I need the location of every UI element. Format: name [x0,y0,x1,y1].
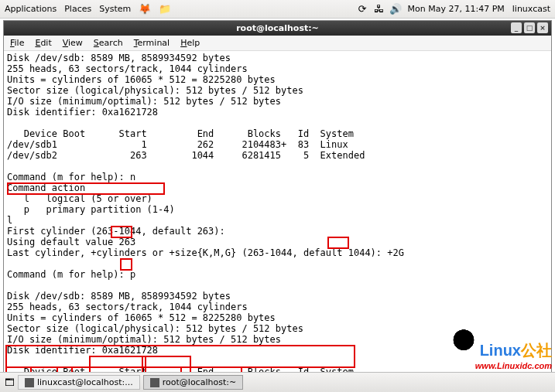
terminal-icon [150,378,159,387]
menu-search[interactable]: Search [94,38,123,48]
terminal-line: Using default value 263 [7,237,135,247]
clock[interactable]: Mon May 27, 11:47 PM [408,4,505,14]
terminal-line: l [7,215,12,226]
tray: ⟳ 🖧 🔊 [358,4,400,15]
top-panel: Applications Places System 🦊 📁 ⟳ 🖧 🔊 Mon… [0,0,555,19]
show-desktop-icon[interactable]: 🗔 [5,377,15,387]
terminal-line: p primary partition (1-4) [7,204,175,215]
terminal-line: Command (m for help): p [7,269,135,280]
network-icon[interactable]: 🖧 [374,4,385,15]
files-icon[interactable]: 📁 [159,4,171,14]
system-menu[interactable]: System [99,4,131,14]
volume-icon[interactable]: 🔊 [389,4,400,15]
terminal-window: root@localhost:~ _ □ × File Edit View Se… [3,20,552,375]
terminal-line: Command (m for help): n [7,172,135,182]
terminal-line: /dev/sdb2 263 1044 6281415 5 Extended [7,150,365,161]
terminal-line: Device Boot Start End Blocks Id System [7,128,354,139]
firefox-icon[interactable]: 🦊 [139,4,151,14]
taskbar-item[interactable]: linuxcast@localhost:... [18,375,140,390]
taskbar-item-active[interactable]: root@localhost:~ [143,375,243,390]
terminal-line: Disk /dev/sdb: 8589 MB, 8589934592 bytes… [7,291,303,356]
terminal-icon [25,378,34,387]
menubar: File Edit View Search Terminal Help [4,36,551,51]
terminal-line: Last cylinder, +cylinders or +size{K,M,G… [7,247,404,258]
logo-text: Linux公社 [480,340,552,361]
terminal-line: l logical (5 or over) [7,193,152,204]
user-menu[interactable]: linuxcast [512,4,550,14]
titlebar[interactable]: root@localhost:~ _ □ × [4,21,551,36]
close-button[interactable]: × [537,22,548,33]
taskbar-label: linuxcast@localhost:... [37,377,133,387]
terminal-body[interactable]: Disk /dev/sdb: 8589 MB, 8589934592 bytes… [4,51,551,374]
terminal-line: /dev/sdb1 1 262 2104483+ 83 Linux [7,139,348,150]
watermark-url: www.Linuxidc.com [449,361,552,370]
watermark: Linux公社 www.Linuxidc.com [449,329,552,370]
menu-file[interactable]: File [10,38,24,48]
menu-terminal[interactable]: Terminal [134,38,170,48]
bottom-panel: 🗔 linuxcast@localhost:... root@localhost… [0,372,555,392]
menu-help[interactable]: Help [180,38,200,48]
terminal-line: First cylinder (263-1044, default 263): [7,226,225,237]
terminal-line: Command action [7,182,85,193]
tux-icon [449,329,478,361]
update-icon[interactable]: ⟳ [358,4,369,15]
terminal-line: Disk /dev/sdb: 8589 MB, 8589934592 bytes… [7,53,303,118]
menu-view[interactable]: View [63,38,83,48]
minimize-button[interactable]: _ [511,22,522,33]
places-menu[interactable]: Places [64,4,91,14]
applications-menu[interactable]: Applications [5,4,57,14]
menu-edit[interactable]: Edit [35,38,51,48]
maximize-button[interactable]: □ [524,22,535,33]
window-title: root@localhost:~ [236,23,319,33]
taskbar-label: root@localhost:~ [163,377,236,387]
